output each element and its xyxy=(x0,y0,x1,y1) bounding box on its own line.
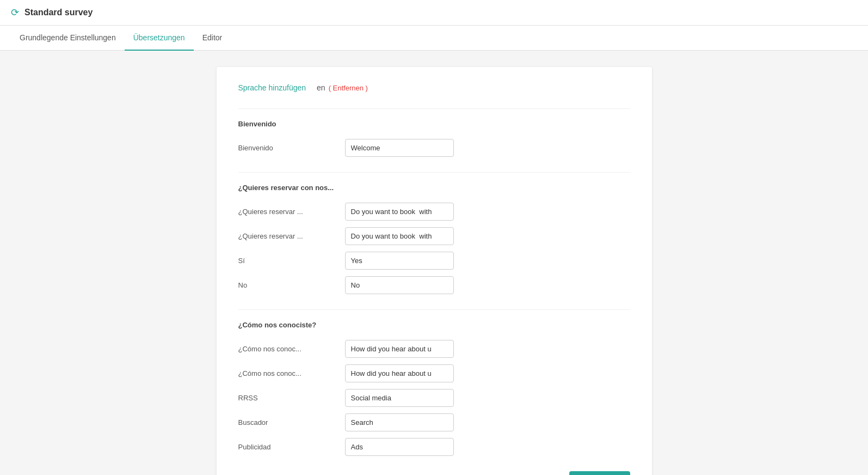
section-title-bienvenido: Bienvenido xyxy=(238,120,630,130)
translation-row-como-4: Publicidad xyxy=(238,438,630,456)
input-rrss[interactable] xyxy=(345,389,454,407)
save-button[interactable]: Speichern xyxy=(569,471,630,475)
label-quieres-1: ¿Quieres reservar ... xyxy=(238,232,336,240)
label-rrss: RRSS xyxy=(238,394,336,402)
add-language-button[interactable]: Sprache hinzufügen xyxy=(238,83,306,92)
translations-card: Sprache hinzufügen en ( Entfernen ) Bien… xyxy=(217,67,652,475)
label-quieres-0: ¿Quieres reservar ... xyxy=(238,208,336,216)
translation-row-quieres-3: No xyxy=(238,276,630,294)
section-quieres-reservar: ¿Quieres reservar con nos... ¿Quieres re… xyxy=(238,184,630,294)
section-bienvenido: Bienvenido Bienvenido xyxy=(238,120,630,157)
main-content: Sprache hinzufügen en ( Entfernen ) Bien… xyxy=(0,51,868,475)
label-quieres-si: Sí xyxy=(238,257,336,265)
nav-tabs: Grundlegende Einstellungen Übersetzungen… xyxy=(0,26,868,51)
label-publicidad: Publicidad xyxy=(238,443,336,451)
input-buscador[interactable] xyxy=(345,413,454,431)
language-tag: en ( Entfernen ) xyxy=(317,83,368,92)
divider-top xyxy=(238,108,630,109)
translation-row-bienvenido-0: Bienvenido xyxy=(238,139,630,157)
app-header: ⟳ Standard survey xyxy=(0,0,868,26)
translation-row-como-3: Buscador xyxy=(238,413,630,431)
label-quieres-no: No xyxy=(238,281,336,289)
translation-row-como-0: ¿Cómo nos conoc... xyxy=(238,340,630,358)
footer-row: Speichern xyxy=(238,471,630,475)
lang-code: en xyxy=(317,83,325,92)
section-title-como: ¿Cómo nos conociste? xyxy=(238,321,630,331)
tab-editor[interactable]: Editor xyxy=(194,26,231,51)
input-bienvenido-0[interactable] xyxy=(345,139,454,157)
translation-row-quieres-2: Sí xyxy=(238,252,630,270)
app-title: Standard survey xyxy=(24,8,93,17)
divider-2 xyxy=(238,309,630,310)
tab-grundlegende[interactable]: Grundlegende Einstellungen xyxy=(11,26,125,51)
tab-ubersetzungen[interactable]: Übersetzungen xyxy=(125,26,194,51)
input-como-1[interactable] xyxy=(345,364,454,382)
section-title-quieres: ¿Quieres reservar con nos... xyxy=(238,184,630,194)
translation-row-quieres-0: ¿Quieres reservar ... xyxy=(238,203,630,221)
input-publicidad[interactable] xyxy=(345,438,454,456)
label-bienvenido-0: Bienvenido xyxy=(238,144,336,152)
label-buscador: Buscador xyxy=(238,418,336,427)
remove-language-button[interactable]: ( Entfernen ) xyxy=(329,84,368,92)
label-como-1: ¿Cómo nos conoc... xyxy=(238,369,336,377)
section-como-nos-conociste: ¿Cómo nos conociste? ¿Cómo nos conoc... … xyxy=(238,321,630,456)
translation-row-quieres-1: ¿Quieres reservar ... xyxy=(238,227,630,245)
input-quieres-no[interactable] xyxy=(345,276,454,294)
language-row: Sprache hinzufügen en ( Entfernen ) xyxy=(238,83,630,92)
label-como-0: ¿Cómo nos conoc... xyxy=(238,345,336,353)
input-quieres-1[interactable] xyxy=(345,227,454,245)
input-como-0[interactable] xyxy=(345,340,454,358)
input-quieres-0[interactable] xyxy=(345,203,454,221)
divider-1 xyxy=(238,172,630,173)
translation-row-como-1: ¿Cómo nos conoc... xyxy=(238,364,630,382)
translation-row-como-2: RRSS xyxy=(238,389,630,407)
input-quieres-si[interactable] xyxy=(345,252,454,270)
refresh-icon: ⟳ xyxy=(11,7,19,19)
